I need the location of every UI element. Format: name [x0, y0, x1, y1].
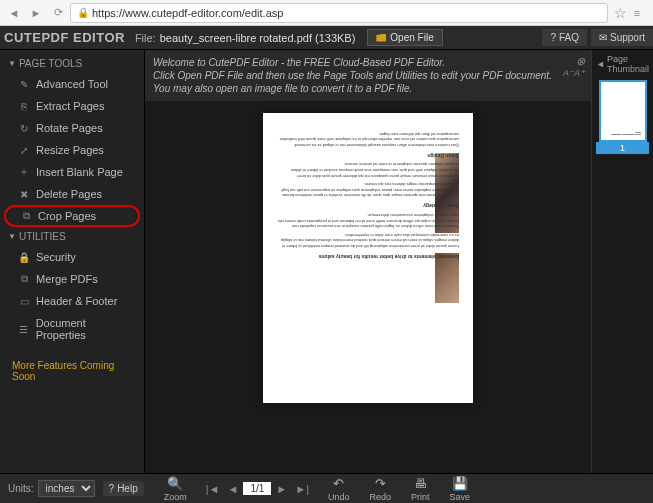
text-size-icon[interactable]: A⁻A⁺ [563, 68, 585, 80]
next-page-button[interactable]: ► [273, 483, 290, 495]
zoom-button[interactable]: 🔍Zoom [158, 476, 193, 502]
caret-down-icon: ▼ [8, 232, 16, 241]
browser-reload-button[interactable]: ⟳ [48, 3, 68, 23]
browser-forward-button[interactable]: ► [26, 3, 46, 23]
extract-icon: ⎘ [18, 100, 30, 112]
thumbnail-page-number: 1 [596, 142, 649, 154]
chevron-left-icon: ◄ [596, 59, 605, 69]
sidebar-item-crop-pages[interactable]: ⧉Crop Pages [4, 205, 140, 227]
thumbnail-panel: ◄Page Thumbnail ▬▬▬ ▬▬▬▬ ▬▬ ▬▬▬▬▬ ▬▬▬ 1 [591, 50, 653, 473]
welcome-line2: Click Open PDF File and then use the Pag… [153, 69, 561, 95]
merge-icon: ⧉ [18, 273, 30, 285]
undo-icon: ↶ [333, 476, 344, 491]
page-image [435, 253, 459, 303]
browser-chrome-bar: ◄ ► ⟳ 🔒 https://www.cutepdf-editor.com/e… [0, 0, 653, 26]
sidebar-item-merge-pdfs[interactable]: ⧉Merge PDFs [0, 268, 144, 290]
sidebar-item-rotate-pages[interactable]: ↻Rotate Pages [0, 117, 144, 139]
file-label: File: [135, 32, 156, 44]
rotate-icon: ↻ [18, 122, 30, 134]
welcome-banner: Welcome to CutePDF Editor - the FREE Clo… [145, 50, 591, 101]
app-header: CUTEPDF EDITOR File: beauty_screen-libre… [0, 26, 653, 50]
question-icon: ? [550, 32, 556, 43]
properties-icon: ☰ [18, 323, 30, 335]
folder-icon [376, 34, 386, 42]
faq-button[interactable]: ?FAQ [542, 29, 587, 46]
utilities-header[interactable]: ▼UTILITIES [0, 227, 144, 246]
browser-back-button[interactable]: ◄ [4, 3, 24, 23]
document-viewport[interactable]: Essential elements to drive better resul… [145, 101, 591, 473]
last-page-button[interactable]: ►| [292, 483, 312, 495]
sidebar-item-security[interactable]: 🔒Security [0, 246, 144, 268]
sidebar-item-resize-pages[interactable]: ⤢Resize Pages [0, 139, 144, 161]
units-select[interactable]: inches [38, 480, 95, 497]
bottom-toolbar: Units: inches ?Help 🔍Zoom |◄ ◄ ► ►| ↶Und… [0, 473, 653, 503]
close-welcome-icon[interactable]: ⊗ [576, 54, 585, 68]
welcome-line1: Welcome to CutePDF Editor - the FREE Clo… [153, 56, 561, 69]
sidebar-item-delete-pages[interactable]: ✖Delete Pages [0, 183, 144, 205]
prev-page-button[interactable]: ◄ [224, 483, 241, 495]
insert-icon: ＋ [18, 166, 30, 178]
help-button[interactable]: ?Help [103, 481, 144, 496]
sidebar: ▼PAGE TOOLS ✎Advanced Tool ⎘Extract Page… [0, 50, 145, 473]
print-icon: 🖶 [414, 476, 427, 491]
page-thumbnail[interactable]: ▬▬▬ ▬▬▬▬ ▬▬ ▬▬▬▬▬ ▬▬▬ [599, 80, 647, 142]
bookmark-star-icon[interactable]: ☆ [614, 5, 627, 21]
save-button[interactable]: 💾Save [444, 476, 477, 502]
open-file-label: Open File [390, 32, 433, 43]
delete-icon: ✖ [18, 188, 30, 200]
tool-icon: ✎ [18, 78, 30, 90]
sidebar-item-advanced-tool[interactable]: ✎Advanced Tool [0, 73, 144, 95]
sidebar-item-extract-pages[interactable]: ⎘Extract Pages [0, 95, 144, 117]
caret-down-icon: ▼ [8, 59, 16, 68]
app-brand: CUTEPDF EDITOR [4, 30, 125, 45]
page-navigation: |◄ ◄ ► ►| [203, 482, 312, 495]
units-label: Units: [8, 483, 34, 494]
open-file-button[interactable]: Open File [367, 29, 442, 46]
sidebar-item-document-properties[interactable]: ☰Document Properties [0, 312, 144, 346]
lock-icon: 🔒 [77, 7, 89, 18]
browser-menu-button[interactable]: ≡ [627, 3, 647, 23]
redo-button[interactable]: ↷Redo [364, 476, 398, 502]
file-name: beauty_screen-libre rotated.pdf (133KB) [160, 32, 356, 44]
sidebar-item-insert-blank-page[interactable]: ＋Insert Blank Page [0, 161, 144, 183]
thumbnail-header[interactable]: ◄Page Thumbnail [596, 54, 649, 74]
units-control: Units: inches [8, 480, 95, 497]
redo-icon: ↷ [375, 476, 386, 491]
zoom-icon: 🔍 [167, 476, 183, 491]
support-button[interactable]: ✉Support [591, 29, 653, 46]
print-button[interactable]: 🖶Print [405, 476, 436, 502]
support-icon: ✉ [599, 32, 607, 43]
header-footer-icon: ▭ [18, 295, 30, 307]
lock-icon: 🔒 [18, 251, 30, 263]
page-text-content: Essential elements to drive better resul… [277, 131, 459, 260]
first-page-button[interactable]: |◄ [203, 483, 223, 495]
more-features-label: More Features Coming Soon [0, 346, 144, 396]
sidebar-item-header-footer[interactable]: ▭Header & Footer [0, 290, 144, 312]
crop-icon: ⧉ [20, 210, 32, 222]
save-icon: 💾 [452, 476, 468, 491]
page-tools-header[interactable]: ▼PAGE TOOLS [0, 54, 144, 73]
pdf-page: Essential elements to drive better resul… [263, 113, 473, 403]
undo-button[interactable]: ↶Undo [322, 476, 356, 502]
url-bar[interactable]: 🔒 https://www.cutepdf-editor.com/edit.as… [70, 3, 608, 23]
page-number-input[interactable] [243, 482, 271, 495]
url-text: https://www.cutepdf-editor.com/edit.asp [92, 7, 283, 19]
resize-icon: ⤢ [18, 144, 30, 156]
help-icon: ? [109, 483, 115, 494]
